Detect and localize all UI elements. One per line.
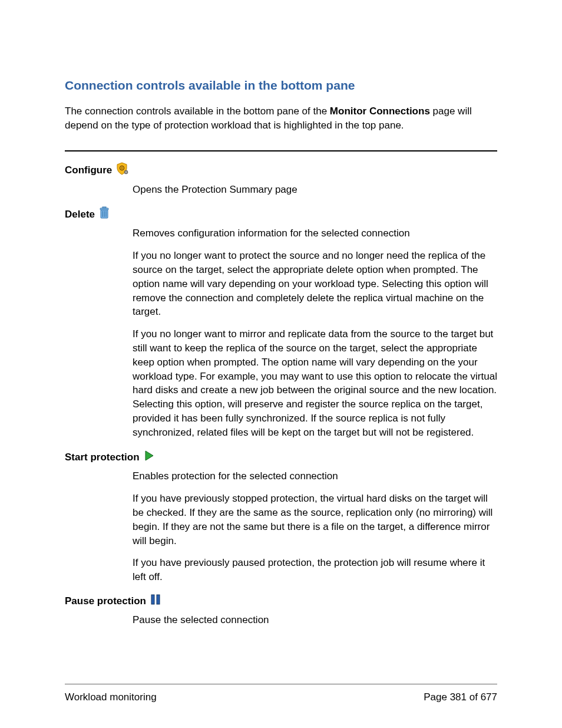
start-label: Start protection (65, 450, 140, 465)
shield-gear-icon (115, 162, 128, 179)
svg-rect-10 (151, 595, 154, 604)
configure-label: Configure (65, 163, 112, 177)
item-pause-protection: Pause protection Pause the selected conn… (65, 594, 497, 627)
intro-text-bold: Monitor Connections (330, 106, 430, 117)
delete-p2: If you no longer want to protect the sou… (133, 249, 497, 319)
footer-section: Workload monitoring (65, 690, 157, 704)
start-p1: Enables protection for the selected conn… (133, 469, 497, 483)
intro-text-pre: The connection controls available in the… (65, 106, 330, 117)
trash-icon (98, 206, 110, 223)
delete-p1: Removes configuration information for th… (133, 226, 497, 241)
section-heading: Connection controls available in the bot… (65, 77, 497, 94)
pause-icon (150, 594, 161, 610)
configure-term: Configure (65, 162, 128, 179)
start-term: Start protection (65, 449, 155, 466)
pause-p1: Pause the selected connection (133, 613, 497, 627)
delete-term: Delete (65, 206, 110, 223)
delete-label: Delete (65, 207, 95, 222)
footer-page-number: Page 381 of 677 (424, 690, 497, 704)
start-p3: If you have previously paused protection… (133, 556, 497, 584)
start-p2: If you have previously stopped protectio… (133, 492, 497, 548)
svg-rect-11 (157, 595, 160, 604)
play-icon (143, 449, 155, 466)
svg-rect-6 (103, 207, 106, 208)
start-description: Enables protection for the selected conn… (133, 469, 497, 584)
delete-p3: If you no longer want to mirror and repl… (133, 327, 497, 439)
svg-point-1 (121, 167, 123, 169)
page-footer: Workload monitoring Page 381 of 677 (65, 684, 497, 704)
svg-point-3 (125, 172, 127, 173)
divider (65, 150, 497, 151)
pause-description: Pause the selected connection (133, 613, 497, 627)
item-configure: Configure Opens the Protection Summary p… (65, 162, 497, 197)
configure-p1: Opens the Protection Summary page (133, 183, 497, 197)
configure-description: Opens the Protection Summary page (133, 183, 497, 197)
pause-term: Pause protection (65, 594, 161, 610)
item-start-protection: Start protection Enables protection for … (65, 449, 497, 584)
delete-description: Removes configuration information for th… (133, 226, 497, 439)
document-page: Connection controls available in the bot… (0, 0, 562, 728)
pause-label: Pause protection (65, 594, 146, 608)
intro-paragraph: The connection controls available in the… (65, 104, 497, 133)
item-delete: Delete Removes configuration information… (65, 206, 497, 440)
